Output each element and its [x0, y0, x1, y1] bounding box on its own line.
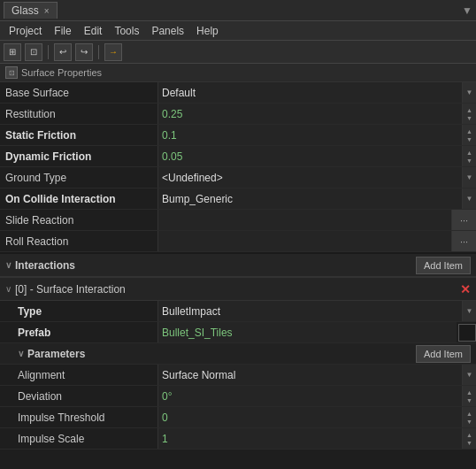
prop-input-static-friction[interactable]: [157, 125, 462, 145]
prop-dropdown-ground-type[interactable]: <Undefined>: [157, 167, 462, 188]
prop-value-area-static-friction: ▲ ▼: [157, 125, 476, 145]
prop-label-type: Type: [0, 305, 157, 318]
prop-row-type: Type BulletImpact ▼: [0, 301, 476, 322]
spinner-dynamic-friction[interactable]: ▲ ▼: [462, 146, 476, 166]
toolbar-separator: [48, 45, 49, 59]
title-tab[interactable]: Glass ×: [4, 2, 58, 19]
spin-down-impulse-threshold[interactable]: ▼: [466, 418, 472, 426]
spin-up-dynamic-friction[interactable]: ▲: [466, 149, 472, 157]
prop-input-deviation[interactable]: [157, 386, 462, 406]
spinner-impulse-threshold[interactable]: ▲ ▼: [462, 407, 476, 427]
prop-value-area-on-collide: Bump_Generic ▼: [157, 188, 476, 209]
spin-down-deviation[interactable]: ▼: [466, 396, 472, 404]
menu-help[interactable]: Help: [191, 23, 224, 39]
title-bar: Glass × ▼: [0, 0, 476, 21]
prop-value-area-dynamic-friction: ▲ ▼: [157, 146, 476, 166]
prop-row-deviation: Deviation ▲ ▼: [0, 386, 476, 407]
spin-down-static-friction[interactable]: ▼: [466, 135, 472, 143]
prop-label-roll-reaction: Roll Reaction: [0, 235, 157, 248]
toolbar-btn-select[interactable]: ⊡: [25, 43, 42, 61]
menu-tools[interactable]: Tools: [109, 23, 144, 39]
spin-up-deviation[interactable]: ▲: [466, 388, 472, 396]
prop-label-base-surface: Base Surface: [0, 87, 157, 99]
chevron-down-icon-base-surface[interactable]: ▼: [462, 82, 476, 103]
prop-value-area-type: BulletImpact ▼: [157, 301, 476, 321]
spin-down-dynamic-friction[interactable]: ▼: [466, 157, 472, 165]
prop-row-roll-reaction: Roll Reaction ···: [0, 231, 476, 252]
spin-up-impulse-threshold[interactable]: ▲: [466, 410, 472, 418]
si-close-icon[interactable]: ✕: [460, 282, 471, 296]
parameters-text: Parameters: [27, 348, 85, 360]
title-tab-label: Glass: [12, 4, 39, 17]
prop-row-impulse-threshold: Impulse Threshold ▲ ▼: [0, 407, 476, 428]
dots-button-slide-reaction[interactable]: ···: [451, 210, 476, 230]
spin-up-restitution[interactable]: ▲: [466, 106, 472, 114]
prop-row-dynamic-friction: Dynamic Friction ▲ ▼: [0, 146, 476, 167]
spin-up-impulse-scale[interactable]: ▲: [466, 431, 472, 439]
spin-down-impulse-scale[interactable]: ▼: [466, 439, 472, 447]
prop-row-static-friction: Static Friction ▲ ▼: [0, 125, 476, 146]
prop-label-prefab: Prefab: [0, 327, 157, 339]
prop-row-base-surface: Base Surface Default ▼: [0, 82, 476, 104]
spinner-static-friction[interactable]: ▲ ▼: [462, 125, 476, 145]
chevron-down-icon-type[interactable]: ▼: [462, 301, 476, 321]
add-item-button-interactions[interactable]: Add Item: [416, 257, 471, 274]
add-item-button-parameters[interactable]: Add Item: [416, 345, 471, 363]
surface-interaction-block: ∨ [0] - Surface Interaction ✕ Type Bulle…: [0, 277, 476, 450]
prop-input-restitution[interactable]: 0.25: [157, 104, 462, 124]
menu-file[interactable]: File: [49, 23, 76, 39]
prop-input-impulse-scale[interactable]: [157, 428, 462, 449]
prop-dropdown-alignment[interactable]: Surface Normal: [157, 365, 462, 385]
prop-input-impulse-threshold[interactable]: [157, 407, 462, 427]
prop-value-area-deviation: ▲ ▼: [157, 386, 476, 406]
menu-panels[interactable]: Panels: [146, 23, 189, 39]
prop-label-alignment: Alignment: [0, 369, 157, 381]
prop-row-slide-reaction: Slide Reaction ···: [0, 210, 476, 231]
prop-value-area-restitution: 0.25 ▲ ▼: [157, 104, 476, 124]
spinner-deviation[interactable]: ▲ ▼: [462, 386, 476, 406]
dots-button-roll-reaction[interactable]: ···: [451, 231, 476, 251]
si-title: ∨ [0] - Surface Interaction: [5, 283, 126, 296]
title-close-icon[interactable]: ×: [44, 6, 50, 16]
prop-row-restitution: Restitution 0.25 ▲ ▼: [0, 104, 476, 125]
prop-row-on-collide: On Collide Interaction Bump_Generic ▼: [0, 188, 476, 210]
chevron-down-icon-on-collide[interactable]: ▼: [462, 188, 476, 209]
prop-label-slide-reaction: Slide Reaction: [0, 214, 157, 227]
prop-label-dynamic-friction: Dynamic Friction: [0, 150, 157, 163]
toolbar: ⊞ ⊡ ↩ ↪ →: [0, 41, 476, 64]
toolbar-btn-undo[interactable]: ↩: [54, 43, 72, 61]
main-content: ⊡ Surface Properties Base Surface Defaul…: [0, 64, 476, 469]
spinner-restitution[interactable]: ▲ ▼: [462, 104, 476, 124]
toolbar-btn-grid[interactable]: ⊞: [4, 43, 21, 61]
toolbar-separator-2: [98, 45, 99, 59]
toolbar-btn-go[interactable]: →: [104, 43, 122, 61]
prop-input-dynamic-friction[interactable]: [157, 146, 462, 166]
prop-row-impulse-scale: Impulse Scale ▲ ▼: [0, 428, 476, 450]
spinner-impulse-scale[interactable]: ▲ ▼: [462, 428, 476, 449]
prop-label-static-friction: Static Friction: [0, 129, 157, 142]
prop-value-prefab: Bullet_SI_Tiles: [157, 322, 457, 342]
title-bar-arrow[interactable]: ▼: [462, 4, 472, 17]
menu-project[interactable]: Project: [4, 23, 47, 39]
chevron-si-icon[interactable]: ∨: [5, 284, 12, 294]
toolbar-btn-redo[interactable]: ↪: [75, 43, 93, 61]
prefab-swatch[interactable]: [458, 324, 476, 342]
interactions-header: ∨ Interactions Add Item: [0, 252, 476, 277]
spin-down-restitution[interactable]: ▼: [466, 114, 472, 122]
prop-dropdown-base-surface[interactable]: Default: [157, 82, 462, 103]
prop-value-area-slide-reaction: ···: [157, 210, 476, 230]
prop-dropdown-type[interactable]: BulletImpact: [157, 301, 462, 321]
menu-edit[interactable]: Edit: [79, 23, 108, 39]
prop-row-alignment: Alignment Surface Normal ▼: [0, 365, 476, 386]
chevron-interactions-icon[interactable]: ∨: [5, 260, 12, 270]
prop-value-area-roll-reaction: ···: [157, 231, 476, 251]
prop-label-impulse-scale: Impulse Scale: [0, 433, 157, 445]
chevron-down-icon-alignment[interactable]: ▼: [462, 365, 476, 385]
chevron-params-icon[interactable]: ∨: [18, 349, 24, 358]
interactions-label: ∨ Interactions: [5, 259, 75, 272]
spin-up-static-friction[interactable]: ▲: [466, 127, 472, 135]
prop-dropdown-on-collide[interactable]: Bump_Generic: [157, 188, 462, 209]
chevron-down-icon-ground-type[interactable]: ▼: [462, 167, 476, 188]
prop-value-area-base-surface: Default ▼: [157, 82, 476, 103]
prop-label-deviation: Deviation: [0, 390, 157, 403]
